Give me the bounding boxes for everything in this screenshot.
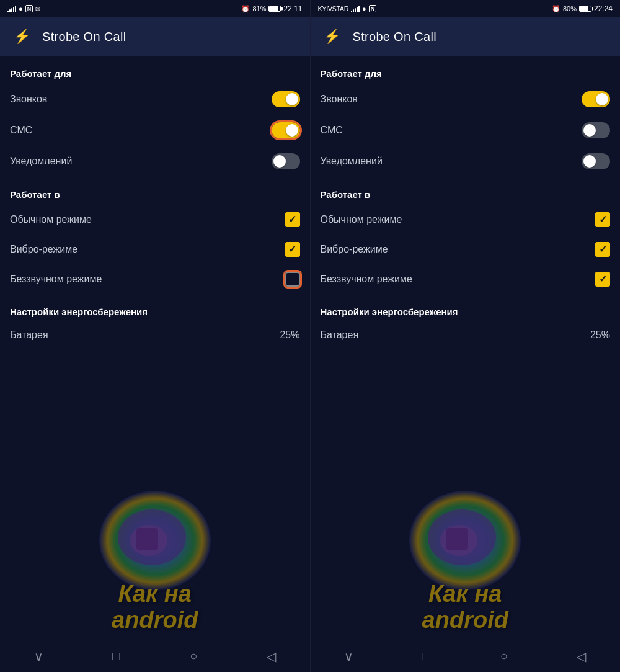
silent-checkbox-left[interactable] [285,272,300,287]
phone-right: KYIVSTAR ● N ⏰ 80% 2 [311,0,621,672]
toggle-thumb [583,155,596,168]
watermark-logo-right [403,478,527,603]
signal-bar-2 [353,9,354,12]
setting-calls-left: Звонков [0,84,310,115]
status-icons-left: ● N ✉ [7,5,40,12]
watermark-text-right: Как на android [311,581,621,634]
sms-label-right: СМС [321,125,343,136]
toggle-thumb [286,124,298,137]
signal-bar-2 [9,9,11,12]
watermark-line1-right: Как на [311,581,621,607]
checkmark-icon: ✓ [599,215,607,225]
setting-normal-right: Обычном режиме ✓ [311,205,621,235]
signal-icon [7,5,16,12]
lightning-icon-left: ⚡ [14,29,30,45]
battery-fill [269,6,278,11]
setting-vibro-left: Вибро-режиме ✓ [0,235,310,264]
phones-container: ● N ✉ ⏰ 81% 22:11 ⚡ Strobe On Call [0,0,620,672]
setting-normal-left: Обычном режиме ✓ [0,205,310,235]
time-right: 22:24 [594,4,613,13]
signal-bar-4 [13,7,14,12]
back-btn-left[interactable]: ∨ [24,645,53,668]
calls-label-right: Звонков [321,94,358,105]
battery-value-left: 25% [280,329,299,341]
app-header-right: ⚡ Strobe On Call [311,17,621,56]
notifications-label-left: Уведомлений [10,156,72,167]
normal-checkbox-left[interactable]: ✓ [285,212,300,227]
setting-notifications-left: Уведомлений [0,146,310,177]
app-title-right: Strobe On Call [353,30,436,44]
svg-point-6 [440,525,477,556]
recents-btn-left[interactable]: □ [101,645,131,668]
calls-toggle-left[interactable] [272,91,300,107]
status-right-right: ⏰ 80% 22:24 [552,4,613,13]
sms-toggle-right[interactable] [582,122,610,138]
settings-content-right: Работает для Звонков СМС Уведомлений [311,56,621,640]
calls-toggle-right[interactable] [582,91,610,107]
back-btn-right[interactable]: ∨ [334,645,364,668]
setting-vibro-right: Вибро-режиме ✓ [311,235,621,264]
svg-rect-3 [136,528,158,550]
setting-calls-right: Звонков [311,84,621,115]
settings-content-left: Работает для Звонков СМС Уведомлений [0,56,310,640]
sms-label-left: СМС [10,125,32,136]
bottom-nav-right: ∨ □ ○ ◁ [311,640,621,672]
watermark-line2: android [0,607,310,634]
battery-percent-left: 81% [252,5,266,12]
battery-body-right [579,6,591,12]
silent-label-right: Беззвучном режиме [321,274,412,285]
toggle-thumb [286,93,298,105]
battery-value-right: 25% [590,329,610,341]
svg-point-1 [118,509,186,565]
normal-label-right: Обычном режиме [321,214,402,225]
section-header-works-in-left: Работает в [0,177,310,205]
notifications-toggle-right[interactable] [582,153,610,169]
setting-silent-right: Беззвучном режиме ✓ [311,264,621,294]
battery-icon-right [579,6,591,12]
section-header-power-left: Настройки энергосбережения [0,294,310,322]
message-icon: ✉ [35,6,40,12]
time-left: 22:11 [283,4,302,13]
svg-point-5 [428,509,496,565]
watermark-line2-right: android [311,607,621,634]
checkmark-icon: ✓ [288,244,296,254]
battery-label-right: Батарея [321,329,359,341]
setting-sms-right: СМС [311,115,621,146]
bottom-nav-left: ∨ □ ○ ◁ [0,640,310,672]
signal-bar-3 [355,8,356,12]
vibro-checkbox-left[interactable]: ✓ [285,242,300,257]
vibro-checkbox-right[interactable]: ✓ [595,242,610,257]
signal-bar-5 [358,6,360,12]
notifications-toggle-left[interactable] [272,153,300,169]
alarm-icon: ⏰ [241,5,250,13]
home-btn-right[interactable]: ○ [489,645,519,668]
recents-btn-right[interactable]: □ [412,645,441,668]
nfc-icon-right: N [369,5,377,12]
notifications-label-right: Уведомлений [321,156,383,167]
svg-rect-7 [446,528,468,550]
alarm-icon-right: ⏰ [552,5,560,13]
app-header-left: ⚡ Strobe On Call [0,17,310,56]
nfc-icon: N [25,5,33,12]
signal-bar-4 [356,7,358,12]
battery-fill-right [580,6,588,11]
forward-btn-left[interactable]: ◁ [256,645,286,668]
logo-svg-left [93,478,217,603]
signal-bar-5 [15,6,16,12]
svg-point-2 [130,525,167,556]
normal-checkbox-right[interactable]: ✓ [595,212,610,227]
checkmark-icon: ✓ [288,215,296,225]
checkmark-icon: ✓ [599,274,607,284]
status-bar-right: KYIVSTAR ● N ⏰ 80% 2 [311,0,621,17]
checkmark-icon: ✓ [599,244,607,254]
section-header-works-in-right: Работает в [311,177,621,205]
forward-btn-right[interactable]: ◁ [567,645,596,668]
section-header-power-right: Настройки энергосбережения [311,294,621,322]
vibro-label-right: Вибро-режиме [321,244,388,255]
status-icons-right: KYIVSTAR ● N [318,5,377,12]
app-icon-right: ⚡ [321,25,344,48]
sms-toggle-left[interactable] [272,122,300,138]
setting-notifications-right: Уведомлений [311,146,621,177]
home-btn-left[interactable]: ○ [179,645,208,668]
silent-checkbox-right[interactable]: ✓ [595,272,610,287]
